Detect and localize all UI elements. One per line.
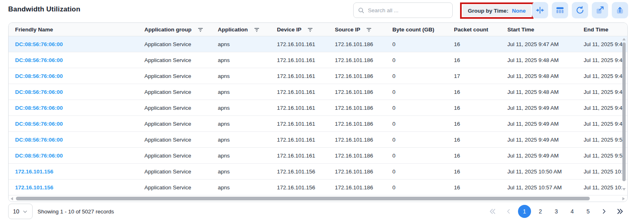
column-header-packet-count[interactable]: Packet count — [454, 27, 507, 33]
vertical-scrollbar[interactable] — [622, 37, 626, 195]
column-header-end-time[interactable]: End Time — [584, 27, 627, 33]
column-header-byte-count-gb[interactable]: Byte count (GB) — [392, 27, 454, 33]
column-label: Application group — [144, 27, 192, 33]
table-cell: Jul 11, 2025 9:49 AM — [507, 121, 584, 127]
table-cell: Jul 11, 2025 10: — [584, 184, 627, 191]
table-cell: 16 — [454, 57, 507, 63]
column-header-source-ip[interactable]: Source IP — [335, 27, 392, 33]
page-button-1[interactable]: 1 — [518, 205, 531, 218]
table-cell: 172.16.101.161 — [277, 73, 335, 79]
open-external-button[interactable] — [592, 2, 608, 18]
table-cell: Jul 11, 2025 9:49 AM — [507, 153, 584, 159]
table-footer: 10 Showing 1 - 10 of 5027 records 12345 — [0, 203, 644, 221]
table-cell: 0 — [392, 73, 454, 79]
table-cell: apns — [218, 153, 277, 159]
table-cell: Jul 11, 2025 9:5 — [584, 153, 627, 159]
search-box[interactable] — [353, 2, 453, 18]
table-cell: 172.16.101.161 — [277, 57, 335, 63]
friendly-name-link[interactable]: DC:08:56:76:06:00 — [15, 57, 144, 63]
friendly-name-link[interactable]: DC:08:56:76:06:00 — [15, 137, 144, 143]
table-cell: 172.16.101.186 — [335, 73, 392, 79]
pagination: 12345 — [486, 203, 626, 220]
table-cell: Application Service — [144, 41, 218, 47]
friendly-name-link[interactable]: DC:08:56:76:06:00 — [15, 41, 144, 47]
table-row: DC:08:56:76:06:00Application Serviceapns… — [9, 36, 627, 52]
table-cell: apns — [218, 89, 277, 95]
table-row: DC:08:56:76:06:00Application Serviceapns… — [9, 52, 627, 68]
scroll-up-icon[interactable] — [622, 38, 626, 40]
table-cell: Jul 11, 2025 9:5 — [584, 137, 627, 143]
table-cell: Jul 11, 2025 9:4 — [584, 105, 627, 111]
friendly-name-link[interactable]: 172.16.101.156 — [15, 184, 144, 191]
page-title: Bandwidth Utilization — [8, 5, 80, 13]
page-button-2[interactable]: 2 — [534, 205, 547, 218]
table-cell: Jul 11, 2025 10: — [584, 169, 627, 175]
table-cell: 0 — [392, 105, 454, 111]
friendly-name-link[interactable]: 172.16.101.156 — [15, 169, 144, 175]
table-cell: 0 — [392, 121, 454, 127]
page-numbers: 12345 — [518, 205, 595, 218]
first-page-button[interactable] — [486, 205, 499, 218]
table-row: DC:08:56:76:06:00Application Serviceapns… — [9, 68, 627, 84]
table-row: DC:08:56:76:06:00Application Serviceapns… — [9, 116, 627, 132]
refresh-icon — [575, 6, 584, 15]
filter-icon[interactable] — [366, 27, 372, 33]
collapse-columns-button[interactable] — [532, 2, 548, 18]
export-button[interactable] — [612, 2, 628, 18]
table-cell: 16 — [454, 169, 507, 175]
chevron-down-icon — [22, 209, 28, 214]
page-button-3[interactable]: 3 — [550, 205, 563, 218]
collapse-columns-icon — [536, 6, 544, 15]
filter-icon[interactable] — [197, 27, 204, 33]
horizontal-scrollbar[interactable] — [9, 196, 627, 202]
table-cell: Application Service — [144, 105, 218, 111]
table-cell: 0 — [392, 89, 454, 95]
table-cell: Jul 11, 2025 9:4 — [584, 41, 627, 47]
page-button-4[interactable]: 4 — [566, 205, 579, 218]
scroll-right-icon[interactable] — [622, 197, 625, 200]
search-icon — [358, 7, 365, 14]
table-cell: 172.16.101.161 — [277, 89, 335, 95]
next-page-button[interactable] — [598, 205, 611, 218]
filter-icon[interactable] — [307, 27, 313, 33]
page-size-select[interactable]: 10 — [8, 204, 33, 219]
table-cell: 172.16.101.161 — [277, 41, 335, 47]
vertical-scrollbar-thumb[interactable] — [622, 42, 626, 181]
open-external-icon — [595, 6, 604, 15]
records-summary: Showing 1 - 10 of 5027 records — [38, 203, 114, 220]
friendly-name-link[interactable]: DC:08:56:76:06:00 — [15, 89, 144, 95]
prev-page-button[interactable] — [502, 205, 515, 218]
last-page-button[interactable] — [613, 205, 626, 218]
column-header-application-group[interactable]: Application group — [144, 27, 218, 33]
table-cell: apns — [218, 121, 277, 127]
table-columns-button[interactable] — [552, 2, 568, 18]
scroll-left-icon[interactable] — [11, 197, 13, 200]
table-cell: Jul 11, 2025 9:49 AM — [507, 137, 584, 143]
friendly-name-link[interactable]: DC:08:56:76:06:00 — [15, 105, 144, 111]
group-by-time-button[interactable]: Group by Time: None — [463, 5, 531, 16]
column-header-friendly-name[interactable]: Friendly Name — [15, 27, 144, 33]
friendly-name-link[interactable]: DC:08:56:76:06:00 — [15, 153, 144, 159]
table-cell: 172.16.101.186 — [335, 57, 392, 63]
page-button-5[interactable]: 5 — [582, 205, 595, 218]
friendly-name-link[interactable]: DC:08:56:76:06:00 — [15, 73, 144, 79]
search-input[interactable] — [368, 7, 448, 13]
top-bar: Bandwidth Utilization Group by Time: Non… — [0, 0, 644, 20]
column-label: Source IP — [335, 27, 360, 33]
filter-icon[interactable] — [254, 27, 260, 33]
page-size-value: 10 — [13, 208, 20, 215]
friendly-name-link[interactable]: DC:08:56:76:06:00 — [15, 121, 144, 127]
table-cell: 16 — [454, 105, 507, 111]
table-cell: 172.16.101.186 — [335, 121, 392, 127]
column-header-start-time[interactable]: Start Time — [507, 27, 584, 33]
table-cell: 0 — [392, 169, 454, 175]
scroll-down-icon[interactable] — [622, 188, 626, 191]
column-label: Start Time — [507, 27, 534, 33]
horizontal-scrollbar-thumb[interactable] — [16, 197, 590, 200]
table-cell: 17 — [454, 73, 507, 79]
refresh-button[interactable] — [572, 2, 588, 18]
column-header-device-ip[interactable]: Device IP — [277, 27, 335, 33]
column-header-application[interactable]: Application — [218, 27, 277, 33]
table-cell: Jul 11, 2025 10:57 AM — [507, 184, 584, 191]
table-cell: 172.16.101.161 — [277, 105, 335, 111]
